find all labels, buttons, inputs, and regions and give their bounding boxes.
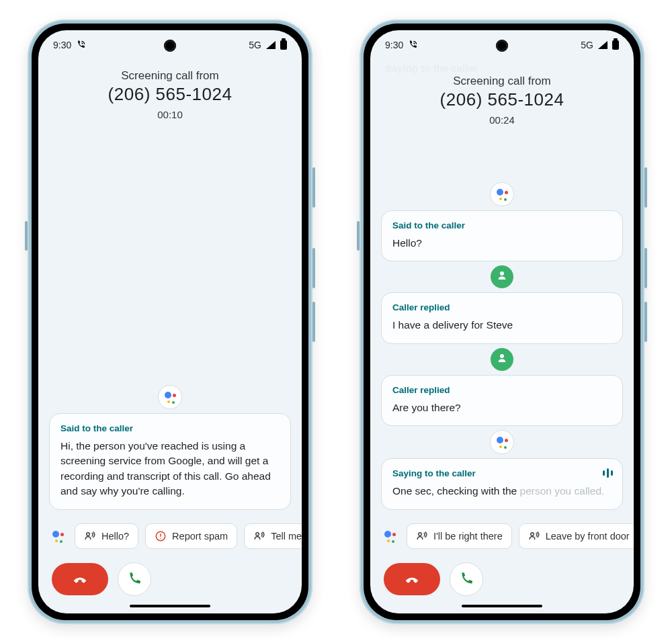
- chip-hello[interactable]: Hello?: [75, 523, 138, 549]
- transcript-feed[interactable]: Said to the caller Hello? Caller replied…: [370, 126, 634, 515]
- suggestion-chip-row[interactable]: Hello? Report spam Tell me mo: [38, 515, 302, 556]
- card-text: One sec, checking with the person you ca…: [392, 484, 612, 499]
- answer-button[interactable]: [118, 562, 151, 596]
- phone-right: 9:30 5G Saying to the caller The: [360, 19, 644, 624]
- chip-label: I'll be right there: [433, 531, 503, 542]
- camera-hole: [164, 40, 176, 52]
- caller-avatar-divider: [381, 348, 623, 371]
- assistant-icon: [490, 430, 514, 454]
- header-number: (206) 565-1024: [52, 84, 288, 105]
- chip-label: Leave by front door: [546, 531, 630, 542]
- card-label: Said to the caller: [60, 423, 280, 433]
- status-time: 9:30: [53, 40, 71, 50]
- assistant-icon: [48, 526, 68, 546]
- gesture-bar[interactable]: [462, 605, 542, 607]
- svg-point-0: [87, 532, 90, 535]
- assistant-avatar-divider: [381, 182, 623, 206]
- phone-icon: [459, 572, 474, 587]
- transcript-card-assistant-live: Saying to the caller One sec, checking w…: [381, 458, 623, 509]
- voice-icon: [84, 530, 96, 542]
- voice-icon: [253, 530, 265, 542]
- svg-point-6: [530, 532, 534, 535]
- hangup-icon: [403, 570, 421, 589]
- voice-icon: [528, 530, 540, 542]
- hangup-button[interactable]: [384, 563, 440, 595]
- card-label: Caller replied: [392, 302, 612, 312]
- hangup-icon: [71, 570, 89, 589]
- call-header: Screening call from (206) 565-1024 00:10: [38, 60, 302, 120]
- assistant-icon: [158, 385, 182, 409]
- transcript-card-caller: Caller replied I have a delivery for Ste…: [381, 292, 623, 343]
- svg-point-3: [160, 538, 161, 539]
- network-label: 5G: [249, 40, 261, 50]
- assistant-icon: [490, 182, 514, 206]
- call-header: Screening call from (206) 565-1024 00:24: [370, 60, 634, 126]
- chip-leave-by-door[interactable]: Leave by front door: [519, 523, 634, 549]
- call-active-icon: [76, 40, 86, 50]
- transcript-card-assistant: Said to the caller Hi, the person you've…: [49, 413, 291, 510]
- transcript-card-caller: Caller replied Are you there?: [381, 375, 623, 426]
- header-timer: 00:10: [52, 109, 288, 120]
- battery-icon: [280, 40, 287, 50]
- phone-icon: [127, 572, 142, 587]
- chip-label: Hello?: [101, 531, 129, 542]
- card-text: I have a delivery for Steve: [392, 318, 612, 333]
- transcript-feed: Said to the caller Hi, the person you've…: [38, 120, 302, 515]
- signal-icon: [266, 41, 276, 49]
- chip-report-spam[interactable]: Report spam: [145, 523, 237, 549]
- card-label: Caller replied: [392, 385, 612, 395]
- hangup-button[interactable]: [52, 563, 108, 595]
- status-time: 9:30: [385, 40, 403, 50]
- camera-hole: [496, 40, 508, 52]
- svg-point-5: [419, 532, 422, 535]
- voice-icon: [416, 530, 428, 542]
- network-label: 5G: [581, 40, 593, 50]
- person-icon: [491, 348, 513, 371]
- call-active-icon: [408, 40, 418, 50]
- card-label: Saying to the caller: [392, 468, 612, 478]
- caller-avatar-divider: [381, 265, 623, 288]
- assistant-icon: [380, 526, 400, 546]
- header-line1: Screening call from: [52, 69, 288, 83]
- card-label: Said to the caller: [392, 220, 612, 230]
- person-icon: [491, 265, 513, 288]
- header-line1: Screening call from: [384, 75, 620, 88]
- header-number: (206) 565-1024: [384, 89, 620, 110]
- chip-label: Tell me mo: [271, 531, 302, 542]
- chip-be-right-there[interactable]: I'll be right there: [407, 523, 512, 549]
- speaking-indicator-icon: [603, 468, 613, 478]
- transcript-card-assistant: Said to the caller Hello?: [381, 210, 623, 261]
- answer-button[interactable]: [450, 562, 483, 596]
- card-text: Hi, the person you've reached is using a…: [60, 439, 280, 499]
- header-timer: 00:24: [384, 114, 620, 126]
- suggestion-chip-row[interactable]: I'll be right there Leave by front door: [370, 515, 634, 556]
- chip-label: Report spam: [172, 531, 228, 542]
- signal-icon: [598, 41, 607, 49]
- alert-icon: [155, 530, 167, 542]
- svg-point-4: [256, 532, 259, 535]
- battery-icon: [612, 40, 619, 50]
- card-text: Are you there?: [392, 400, 612, 415]
- assistant-avatar-divider: [49, 385, 291, 409]
- assistant-avatar-divider: [381, 430, 623, 454]
- card-text: Hello?: [392, 236, 612, 251]
- chip-tell-me-more[interactable]: Tell me mo: [244, 523, 302, 549]
- gesture-bar[interactable]: [130, 605, 210, 607]
- phone-left: 9:30 5G Screening call from (206: [28, 19, 312, 624]
